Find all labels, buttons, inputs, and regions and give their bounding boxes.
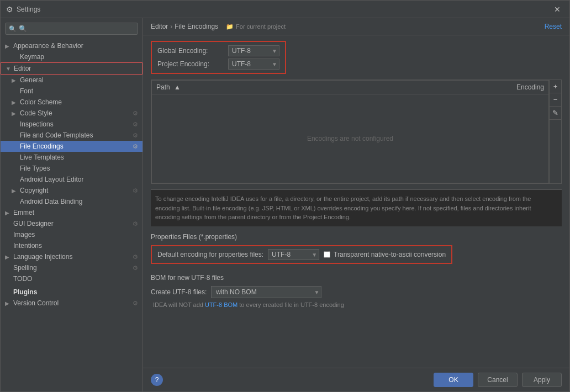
bom-create-row: Create UTF-8 files: with NO BOM with BOM… (151, 286, 562, 298)
properties-encoding-dropdown-wrap[interactable]: UTF-8 ISO-8859-1 ▼ (268, 249, 319, 260)
sidebar-item-font[interactable]: Font (1, 86, 142, 97)
sidebar-item-gui-designer[interactable]: GUI Designer ⚙ (1, 218, 142, 229)
sidebar-item-label: Appearance & Behavior (13, 42, 138, 50)
bom-link[interactable]: UTF-8 BOM (205, 301, 238, 308)
settings-icon: ⚙ (6, 5, 13, 14)
table-remove-button[interactable]: − (550, 93, 561, 107)
content-inner: Global Encoding: UTF-8 ISO-8859-1 US-ASC… (143, 35, 569, 368)
title-bar: ⚙ Settings ✕ (1, 1, 569, 18)
sidebar-item-label: Intentions (13, 242, 138, 250)
sidebar-item-file-types[interactable]: File Types (1, 163, 142, 174)
settings-icon: ⚙ (133, 143, 138, 150)
sidebar-item-intentions[interactable]: Intentions (1, 240, 142, 251)
settings-icon: ⚙ (133, 253, 138, 261)
sidebar-item-label: Images (13, 231, 138, 239)
project-encoding-select[interactable]: UTF-8 ISO-8859-1 US-ASCII (228, 59, 279, 70)
sidebar-item-label: Plugins (13, 288, 138, 296)
sidebar-item-code-style[interactable]: ▶ Code Style ⚙ (1, 108, 142, 119)
transparent-conversion-label: Transparent native-to-ascii conversion (334, 251, 446, 258)
table-header-row: Path ▲ Encoding (152, 81, 549, 94)
help-button[interactable]: ? (151, 374, 163, 386)
bom-create-dropdown-wrap[interactable]: with NO BOM with BOM ▼ (211, 286, 321, 298)
ok-button[interactable]: OK (434, 373, 473, 387)
transparent-conversion-checkbox[interactable] (324, 251, 330, 258)
content-panel: Editor › File Encodings 📁 For current pr… (143, 18, 569, 391)
arrow-icon: ▶ (12, 188, 18, 194)
bom-create-select[interactable]: with NO BOM with BOM (211, 286, 321, 298)
sidebar-item-plugins[interactable]: Plugins (1, 287, 142, 298)
properties-default-label: Default encoding for properties files: (157, 251, 263, 258)
sidebar-item-label: File Types (20, 165, 138, 172)
apply-button[interactable]: Apply (522, 373, 562, 387)
project-encoding-dropdown-wrap[interactable]: UTF-8 ISO-8859-1 US-ASCII ▼ (228, 59, 279, 70)
properties-section-title: Properties Files (*.properties) (151, 233, 562, 241)
arrow-icon: ▼ (6, 66, 12, 72)
breadcrumb: Editor › File Encodings 📁 For current pr… (151, 23, 286, 30)
sidebar-item-label: Inspections (20, 120, 133, 128)
settings-window: ⚙ Settings ✕ 🔍 ▶ Appearance & Behavior K… (0, 0, 570, 392)
sidebar-item-keymap[interactable]: Keymap (1, 51, 142, 62)
sidebar-item-general[interactable]: ▶ General (1, 75, 142, 86)
sidebar-item-version-control[interactable]: ▶ Version Control ⚙ (1, 298, 142, 309)
col-path-header: Path ▲ (152, 81, 341, 94)
sidebar-item-label: Color Scheme (20, 98, 138, 106)
sidebar-item-label: Live Templates (20, 153, 138, 161)
sidebar-item-color-scheme[interactable]: ▶ Color Scheme (1, 97, 142, 108)
project-link: For current project (236, 23, 286, 30)
sidebar-item-file-encodings[interactable]: File Encodings ⚙ (1, 141, 142, 152)
transparent-conversion-row: Transparent native-to-ascii conversion (324, 251, 446, 258)
cancel-button[interactable]: Cancel (478, 373, 518, 387)
breadcrumb-separator: › (170, 23, 172, 30)
sidebar-item-language-injections[interactable]: ▶ Language Injections ⚙ (1, 251, 142, 262)
table-empty-body: Encodings are not configured (156, 97, 544, 180)
sidebar-item-label: Emmet (13, 209, 138, 216)
sidebar-item-copyright[interactable]: ▶ Copyright ⚙ (1, 185, 142, 196)
sidebar-item-label: Spelling (13, 264, 133, 272)
search-icon: 🔍 (9, 25, 17, 33)
breadcrumb-parent: Editor (151, 23, 168, 30)
search-input[interactable] (19, 25, 134, 33)
col-encoding-header: Encoding (341, 81, 549, 94)
bom-create-label: Create UTF-8 files: (151, 288, 207, 296)
properties-encoding-select[interactable]: UTF-8 ISO-8859-1 (268, 249, 319, 260)
sidebar-item-emmet[interactable]: ▶ Emmet (1, 207, 142, 218)
sidebar-item-images[interactable]: Images (1, 229, 142, 240)
sidebar-tree: ▶ Appearance & Behavior Keymap ▼ Editor … (1, 39, 142, 391)
sidebar-item-editor[interactable]: ▼ Editor (1, 62, 142, 75)
table-edit-button[interactable]: ✎ (550, 107, 561, 120)
settings-icon: ⚙ (133, 264, 138, 272)
sidebar-item-label: Version Control (13, 299, 133, 307)
sidebar-item-inspections[interactable]: Inspections ⚙ (1, 119, 142, 130)
search-box[interactable]: 🔍 (5, 23, 138, 35)
sidebar-item-label: General (20, 76, 138, 84)
reset-link[interactable]: Reset (545, 23, 562, 30)
global-encoding-row: Global Encoding: UTF-8 ISO-8859-1 US-ASC… (157, 45, 279, 56)
global-encoding-dropdown-wrap[interactable]: UTF-8 ISO-8859-1 US-ASCII ▼ (228, 45, 279, 56)
bottom-bar: ? OK Cancel Apply (143, 368, 569, 391)
sidebar-item-live-templates[interactable]: Live Templates (1, 152, 142, 163)
settings-icon: ⚙ (133, 300, 138, 307)
sidebar-item-label: Editor (14, 65, 138, 72)
sidebar-item-label: Copyright (20, 187, 133, 194)
sidebar-item-label: Keymap (20, 53, 138, 61)
bom-section: BOM for new UTF-8 files Create UTF-8 fil… (151, 274, 562, 308)
close-button[interactable]: ✕ (551, 4, 564, 15)
sidebar-item-android-data-binding[interactable]: Android Data Binding (1, 196, 142, 207)
sidebar-item-file-code-templates[interactable]: File and Code Templates ⚙ (1, 130, 142, 141)
settings-icon: ⚙ (133, 110, 138, 117)
settings-icon: ⚙ (133, 187, 138, 194)
arrow-icon: ▶ (5, 210, 12, 216)
sidebar-item-todo[interactable]: TODO (1, 273, 142, 284)
sidebar-item-android-layout[interactable]: Android Layout Editor (1, 174, 142, 185)
description-content: To change encoding IntelliJ IDEA uses fo… (155, 195, 531, 220)
table-add-button[interactable]: + (550, 80, 561, 93)
sidebar: 🔍 ▶ Appearance & Behavior Keymap ▼ Edito (1, 18, 143, 391)
sidebar-item-label: Android Data Binding (20, 198, 138, 205)
sidebar-item-appearance[interactable]: ▶ Appearance & Behavior (1, 40, 142, 51)
sidebar-item-label: Font (20, 87, 138, 95)
properties-section: Default encoding for properties files: U… (151, 245, 452, 264)
sidebar-item-spelling[interactable]: Spelling ⚙ (1, 262, 142, 273)
global-encoding-select[interactable]: UTF-8 ISO-8859-1 US-ASCII (228, 45, 279, 56)
encodings-table: Path ▲ Encoding E (151, 80, 549, 183)
encodings-table-main: Path ▲ Encoding E (151, 80, 549, 183)
